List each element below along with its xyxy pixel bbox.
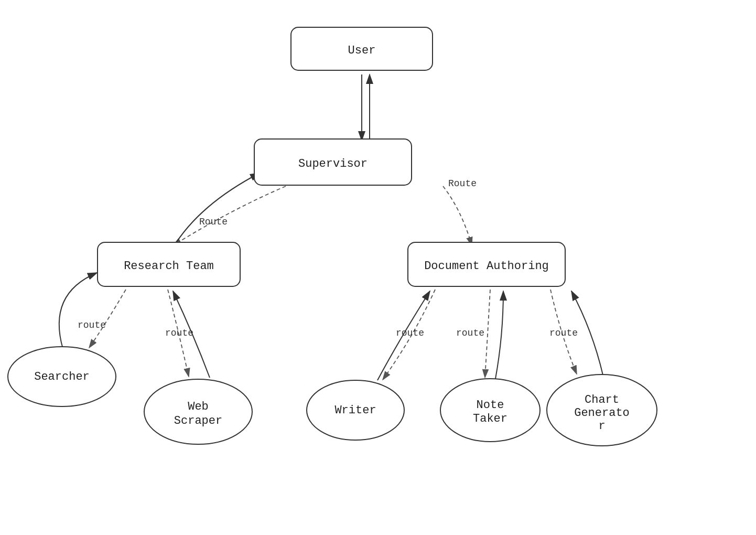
supervisor-doc-label: Route [448, 178, 477, 189]
doc-chart-label: route [549, 328, 578, 338]
doc-authoring-node-label: Document Authoring [424, 260, 549, 273]
research-searcher-label: route [78, 320, 106, 330]
supervisor-research-label: Route [199, 217, 228, 227]
writer-node-label: Writer [334, 404, 376, 417]
searcher-to-research-arrow [59, 273, 97, 349]
chart-gen-node-label2: Generato [574, 406, 630, 420]
web-scraper-node-label: Web [188, 400, 209, 413]
searcher-node-label: Searcher [34, 370, 90, 383]
chart-gen-node-label: Chart [585, 393, 619, 406]
supervisor-node-label: Supervisor [298, 157, 368, 170]
research-to-searcher-arrow [89, 290, 126, 348]
doc-writer-label: route [396, 328, 424, 338]
doc-to-notetaker-arrow [485, 290, 490, 378]
supervisor-to-research-arrow [173, 186, 286, 245]
supervisor-to-doc-arrow [443, 186, 472, 245]
research-team-node-label: Research Team [124, 260, 214, 273]
research-scraper-label: route [165, 328, 193, 338]
notetaker-to-doc-arrow [495, 291, 503, 379]
doc-notetaker-label: route [456, 328, 484, 338]
web-scraper-node-label2: Scraper [174, 414, 222, 427]
note-taker-node-label: Note [477, 399, 504, 412]
note-taker-node-label2: Taker [473, 412, 507, 425]
user-node-label: User [348, 44, 376, 57]
chart-gen-node-label3: r [598, 420, 605, 433]
research-to-supervisor-arrow [173, 173, 260, 248]
